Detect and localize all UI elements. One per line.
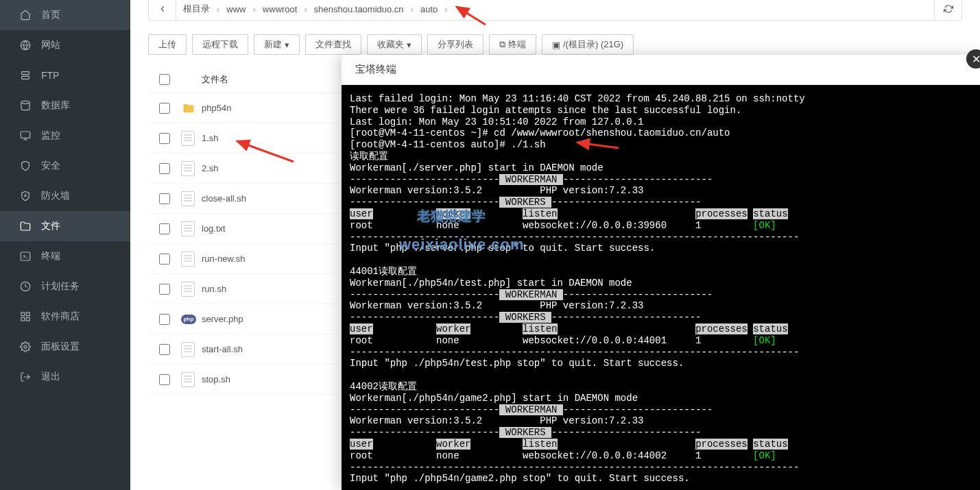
sidebar-item-label: 监控 [41,130,60,142]
db-icon [19,99,32,112]
php-icon: php [181,315,196,324]
svg-rect-11 [21,317,25,321]
upload-button[interactable]: 上传 [148,34,187,55]
chevron-right-icon: › [217,4,219,14]
file-icon [181,131,195,146]
breadcrumb-segment[interactable]: wwwroot [263,4,298,14]
file-icon [181,372,195,387]
globe-icon [19,39,32,51]
breadcrumb-segment[interactable]: www [226,4,246,14]
sidebar-item-firewall[interactable]: 防火墙 [0,181,130,211]
row-checkbox[interactable] [159,103,170,114]
logout-icon [19,371,32,383]
sidebar-item-db[interactable]: 数据库 [0,90,130,121]
close-icon: ✕ [972,53,981,66]
favorites-label: 收藏夹 [377,38,404,51]
breadcrumb-bar: 根目录›www›wwwroot›shenshou.taomiduo.cn›aut… [148,0,962,21]
row-checkbox[interactable] [159,314,170,325]
sidebar-item-label: 软件商店 [41,310,80,323]
svg-point-5 [25,195,27,197]
svg-rect-8 [21,313,25,316]
sidebar: 首页网站FTP数据库监控安全防火墙文件终端计划任务软件商店面板设置退出 [0,0,130,490]
shield-icon [19,160,32,172]
sidebar-item-label: FTP [41,70,59,81]
chevron-right-icon: › [304,4,307,14]
disk-button[interactable]: ▣/(根目录) (21G) [542,34,634,55]
terminal-modal: ✕ 宝塔终端 Last failed login: Mon May 23 11:… [342,55,980,490]
sidebar-item-label: 首页 [41,9,60,21]
row-checkbox[interactable] [159,344,170,355]
chevron-right-icon: › [444,4,447,14]
row-checkbox[interactable] [159,254,170,265]
row-checkbox[interactable] [159,163,170,174]
search-button[interactable]: 文件查找 [305,34,361,55]
new-button[interactable]: 新建▾ [254,34,300,55]
sidebar-item-ftp[interactable]: FTP [0,60,130,90]
sidebar-item-apps[interactable]: 软件商店 [0,302,130,332]
breadcrumb-segment[interactable]: 根目录 [183,3,210,15]
sidebar-item-label: 防火墙 [41,190,70,202]
terminal-button[interactable]: ⧉终端 [489,34,536,55]
sidebar-item-label: 计划任务 [41,280,80,293]
row-checkbox[interactable] [159,223,170,234]
file-icon [181,161,195,176]
row-checkbox[interactable] [159,193,170,204]
file-icon [181,252,195,267]
terminal-label: 终端 [508,38,526,51]
sidebar-item-label: 安全 [41,160,60,172]
chevron-down-icon: ▾ [407,40,411,50]
file-icon [181,191,195,206]
monitor-icon [19,130,32,142]
breadcrumb-back-button[interactable] [149,0,176,20]
breadcrumb-segment[interactable]: shenshou.taomiduo.cn [314,4,404,14]
file-icon [181,221,195,236]
row-checkbox[interactable] [159,133,170,144]
sidebar-item-folder[interactable]: 文件 [0,211,130,241]
sidebar-item-gear[interactable]: 面板设置 [0,332,130,362]
sidebar-item-logout[interactable]: 退出 [0,362,130,392]
sidebar-item-label: 终端 [41,250,60,262]
folder-icon [19,220,32,232]
new-button-label: 新建 [264,38,282,51]
disk-icon: ▣ [552,40,560,50]
ftp-icon [19,69,32,82]
firewall-icon [19,190,32,202]
sidebar-item-globe[interactable]: 网站 [0,30,130,60]
svg-point-3 [21,101,29,103]
breadcrumb-segment[interactable]: auto [420,4,438,14]
sidebar-item-label: 退出 [41,371,60,383]
sidebar-item-label: 文件 [41,220,60,232]
favorites-button[interactable]: 收藏夹▾ [367,34,422,55]
close-button[interactable]: ✕ [966,49,980,69]
svg-rect-1 [22,72,29,75]
select-all-checkbox[interactable] [159,74,170,85]
chevron-right-icon: › [253,4,256,14]
breadcrumb-path: 根目录›www›wwwroot›shenshou.taomiduo.cn›aut… [176,3,934,15]
share-button[interactable]: 分享列表 [427,34,483,55]
sidebar-item-shield[interactable]: 安全 [0,151,130,181]
chevron-down-icon: ▾ [285,40,289,50]
sidebar-item-monitor[interactable]: 监控 [0,121,130,151]
file-icon [181,342,195,357]
sidebar-item-label: 面板设置 [41,341,80,353]
sidebar-item-terminal[interactable]: 终端 [0,241,130,271]
home-icon [19,9,32,21]
clock-icon [19,280,32,293]
refresh-button[interactable] [934,0,961,20]
terminal-icon: ⧉ [499,39,505,50]
apps-icon [19,310,32,323]
remote-download-button[interactable]: 远程下载 [192,34,248,55]
svg-rect-2 [22,76,29,79]
sidebar-item-clock[interactable]: 计划任务 [0,271,130,302]
sidebar-item-home[interactable]: 首页 [0,0,130,30]
toolbar: 上传 远程下载 新建▾ 文件查找 收藏夹▾ 分享列表 ⧉终端 ▣/(根目录) (… [148,34,962,55]
gear-icon [19,341,32,353]
chevron-right-icon: › [411,4,414,14]
file-icon [181,282,195,297]
row-checkbox[interactable] [159,284,170,295]
terminal-title: 宝塔终端 [342,55,980,85]
row-checkbox[interactable] [159,374,170,385]
sidebar-item-label: 网站 [41,39,60,51]
terminal-output[interactable]: Last failed login: Mon May 23 11:16:40 C… [342,85,980,490]
svg-point-12 [24,345,27,348]
